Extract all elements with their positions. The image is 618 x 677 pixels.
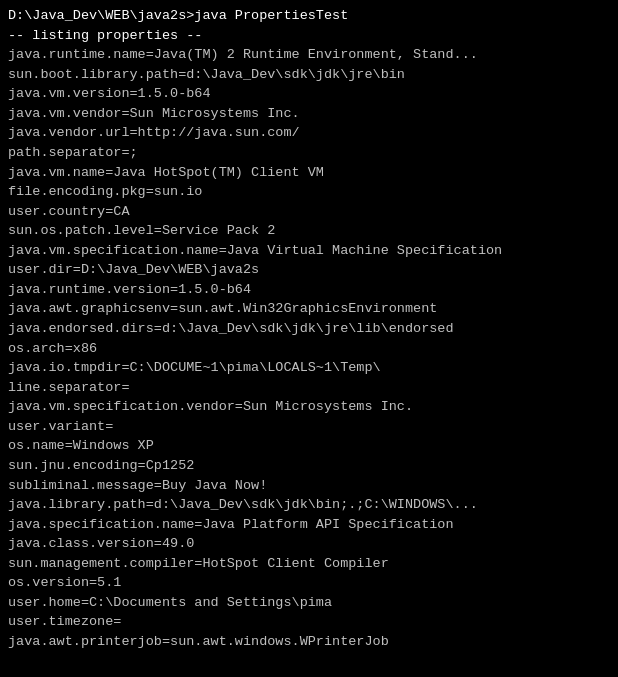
terminal-line: java.vendor.url=http://java.sun.com/: [8, 123, 610, 143]
terminal-line: java.runtime.version=1.5.0-b64: [8, 280, 610, 300]
terminal-line: sun.management.compiler=HotSpot Client C…: [8, 554, 610, 574]
terminal-line: sun.boot.library.path=d:\Java_Dev\sdk\jd…: [8, 65, 610, 85]
terminal-line: user.variant=: [8, 417, 610, 437]
terminal-line: os.version=5.1: [8, 573, 610, 593]
terminal-line: java.vm.name=Java HotSpot(TM) Client VM: [8, 163, 610, 183]
terminal-line: line.separator=: [8, 378, 610, 398]
terminal-line: file.encoding.pkg=sun.io: [8, 182, 610, 202]
terminal-line: sun.os.patch.level=Service Pack 2: [8, 221, 610, 241]
terminal-line: java.awt.printerjob=sun.awt.windows.WPri…: [8, 632, 610, 652]
terminal-line: java.io.tmpdir=C:\DOCUME~1\pima\LOCALS~1…: [8, 358, 610, 378]
terminal-line: -- listing properties --: [8, 26, 610, 46]
terminal-line: os.arch=x86: [8, 339, 610, 359]
terminal-line: java.library.path=d:\Java_Dev\sdk\jdk\bi…: [8, 495, 610, 515]
terminal-line: user.country=CA: [8, 202, 610, 222]
terminal-line: os.name=Windows XP: [8, 436, 610, 456]
terminal-line: java.runtime.name=Java(TM) 2 Runtime Env…: [8, 45, 610, 65]
terminal-line: path.separator=;: [8, 143, 610, 163]
terminal-line: subliminal.message=Buy Java Now!: [8, 476, 610, 496]
terminal-line: java.specification.name=Java Platform AP…: [8, 515, 610, 535]
terminal-line: java.vm.specification.vendor=Sun Microsy…: [8, 397, 610, 417]
terminal-line: user.timezone=: [8, 612, 610, 632]
terminal-line: java.vm.vendor=Sun Microsystems Inc.: [8, 104, 610, 124]
terminal-line: D:\Java_Dev\WEB\java2s>java PropertiesTe…: [8, 6, 610, 26]
terminal-line: sun.jnu.encoding=Cp1252: [8, 456, 610, 476]
terminal-line: java.class.version=49.0: [8, 534, 610, 554]
terminal-output: D:\Java_Dev\WEB\java2s>java PropertiesTe…: [8, 6, 610, 652]
terminal-line: java.vm.specification.name=Java Virtual …: [8, 241, 610, 261]
terminal-line: java.vm.version=1.5.0-b64: [8, 84, 610, 104]
terminal-line: java.awt.graphicsenv=sun.awt.Win32Graphi…: [8, 299, 610, 319]
terminal-line: user.dir=D:\Java_Dev\WEB\java2s: [8, 260, 610, 280]
terminal-line: java.endorsed.dirs=d:\Java_Dev\sdk\jdk\j…: [8, 319, 610, 339]
terminal-line: user.home=C:\Documents and Settings\pima: [8, 593, 610, 613]
